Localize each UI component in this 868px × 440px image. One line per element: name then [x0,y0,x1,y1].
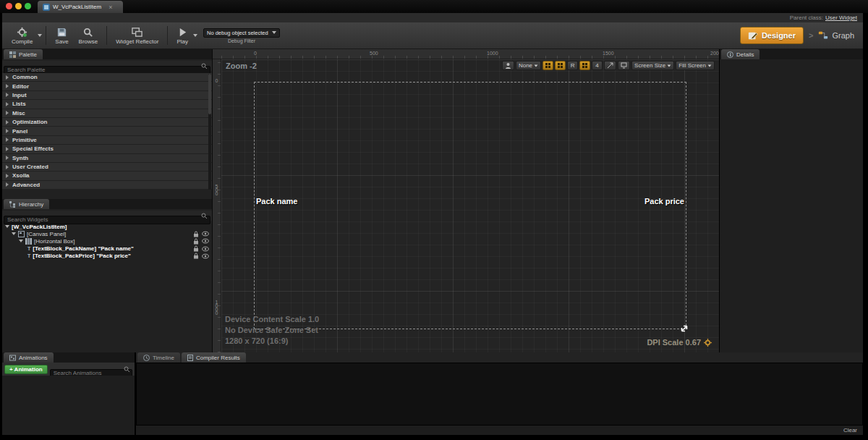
expand-arrow-icon[interactable] [6,147,9,151]
palette-category-input[interactable]: Input [2,91,212,100]
localization-preview-button[interactable] [502,61,514,70]
tab-hierarchy[interactable]: Hierarchy [4,199,49,209]
hierarchy-item-canvas-panel[interactable]: [Canvas Panel] [2,230,212,237]
category-label: User Created [12,164,48,170]
browse-button[interactable]: Browse [74,23,103,48]
dpi-settings-gear-icon[interactable] [704,339,712,347]
asset-tab-title: W_VcPackListItem [53,4,101,10]
save-button[interactable]: Save [50,23,73,48]
collapse-arrow-icon[interactable] [19,240,23,242]
grid-snap-toggle[interactable] [579,61,590,70]
palette-category-primitive[interactable]: Primitive [2,136,212,145]
compile-options-dropdown-icon[interactable] [38,34,42,37]
expand-arrow-icon[interactable] [6,138,9,142]
expand-arrow-icon[interactable] [6,174,9,178]
expand-arrow-icon[interactable] [6,129,9,133]
pack-name-textblock[interactable]: Pack name [256,197,297,206]
tab-palette[interactable]: Palette [4,49,43,59]
expand-arrow-icon[interactable] [6,102,9,106]
palette-category-special-effects[interactable]: Special Effects [2,145,212,153]
tab-timeline[interactable]: Timeline [137,352,180,363]
designer-mode-button[interactable]: Designer [740,27,804,44]
palette-category-misc[interactable]: Misc [2,109,212,118]
lock-icon[interactable] [193,245,199,252]
screen-size-dropdown[interactable]: Screen Size [631,61,674,70]
collapse-arrow-icon[interactable] [12,232,16,235]
expand-arrow-icon[interactable] [6,156,9,160]
clear-log-button[interactable]: Clear [843,427,857,433]
search-icon [201,63,208,69]
eye-icon[interactable] [202,246,209,252]
palette-category-user-created[interactable]: User Created [2,163,212,172]
tab-close-icon[interactable]: × [109,4,112,10]
animations-list[interactable] [2,376,135,435]
eye-icon[interactable] [202,238,209,244]
parent-class-link[interactable]: User Widget [825,14,857,21]
asset-tab[interactable]: W_VcPackListItem × [38,1,123,13]
debug-object-dropdown[interactable]: No debug object selected [203,28,280,38]
palette-category-lists[interactable]: Lists [2,100,212,109]
tab-animations[interactable]: Animations [4,352,54,363]
expand-arrow-icon[interactable] [6,182,9,187]
tab-details[interactable]: Details [721,49,760,59]
surface-dropdown[interactable]: None [516,61,541,70]
design-viewport[interactable]: Zoom -2 None R 4 [221,59,719,352]
hierarchy-item-root[interactable]: [W_VcPackListItem] [2,223,212,230]
palette-scrollbar[interactable] [208,74,211,190]
window-titlebar: W_VcPackListItem × [0,0,868,13]
compile-button[interactable]: Compile [7,23,38,48]
transform-mode-button[interactable] [604,61,616,70]
lock-icon[interactable] [193,238,199,245]
palette-category-xsolla[interactable]: Xsolla [2,172,212,180]
add-animation-button[interactable]: + Animation [4,365,48,374]
minimize-window-button[interactable] [15,3,22,9]
maximize-window-button[interactable] [25,3,31,9]
fill-screen-dropdown[interactable]: Fill Screen [676,61,715,70]
snap-value-toggle[interactable] [555,61,566,70]
editor-mode-switcher: Designer > Graph [740,27,859,44]
play-button[interactable]: Play [171,23,193,48]
lock-icon[interactable] [193,253,199,259]
rotation-snap-button[interactable]: R [567,61,578,70]
palette-category-editor[interactable]: Editor [2,82,212,90]
palette-category-advanced[interactable]: Advanced [2,181,212,190]
toolbar-separator [106,26,107,45]
preview-monitor-button[interactable] [618,61,630,70]
palette-category-panel[interactable]: Panel [2,127,212,135]
compiler-results-log[interactable] [136,363,863,426]
timeline-icon [143,355,150,361]
hierarchy-item-textblock-packname[interactable]: T [TextBlock_PackName] "Pack name" [2,245,212,253]
collapse-arrow-icon[interactable] [5,225,9,228]
dpi-scale-indicator: DPI Scale 0.67 [647,338,712,347]
scrollbar-thumb[interactable] [208,74,211,114]
expand-arrow-icon[interactable] [6,165,9,169]
tab-compiler-results[interactable]: Compiler Results [182,352,246,363]
widget-reflector-button[interactable]: Widget Reflector [111,23,163,48]
expand-arrow-icon[interactable] [6,84,9,88]
lock-icon[interactable] [193,231,199,237]
pack-price-textblock[interactable]: Pack price [644,197,684,206]
expand-arrow-icon[interactable] [6,120,9,124]
expand-arrow-icon[interactable] [6,93,9,97]
close-window-button[interactable] [6,3,12,9]
horizontal-ruler: 0 500 1000 1500 2000 [221,49,719,59]
palette-category-synth[interactable]: Synth [2,154,212,163]
widget-design-surface[interactable]: Pack name Pack price [254,82,686,329]
eye-icon[interactable] [202,231,209,237]
expand-arrow-icon[interactable] [6,75,9,80]
hierarchy-item-horizontal-box[interactable]: [Horizontal Box] [2,237,212,245]
hierarchy-item-label: [W_VcPackListItem] [12,224,67,230]
graph-mode-button[interactable]: Graph [818,30,854,41]
hierarchy-item-textblock-packprice[interactable]: T [TextBlock_PackPrice] "Pack price" [2,253,212,260]
palette-category-common[interactable]: Common [2,73,212,82]
chevron-right-icon: > [809,31,813,40]
eye-icon[interactable] [202,253,209,259]
palette-category-optimization[interactable]: Optimization [2,118,212,127]
hierarchy-search-row [2,211,212,221]
palette-search-row [2,61,212,71]
grid-size-button[interactable]: 4 [592,61,603,70]
play-options-dropdown-icon[interactable] [193,34,197,37]
expand-arrow-icon[interactable] [6,111,9,115]
resize-handle-icon[interactable] [679,323,689,334]
translation-snap-toggle[interactable] [542,61,553,70]
